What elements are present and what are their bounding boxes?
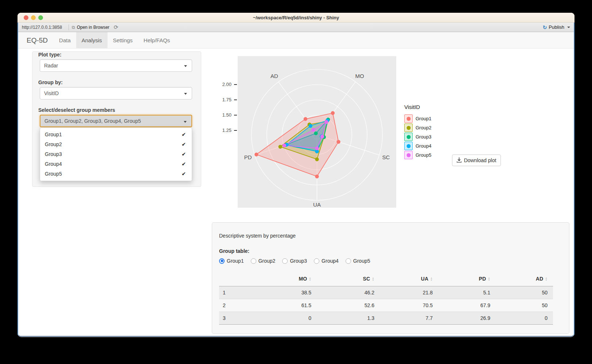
navbar-brand[interactable]: EQ-5D xyxy=(27,32,48,48)
radio-icon xyxy=(251,258,256,264)
open-in-browser-label: Open in Browser xyxy=(77,25,109,30)
radial-tick-label: 1.75 xyxy=(210,97,231,102)
legend-dot-icon xyxy=(406,153,410,157)
svg-text:PD: PD xyxy=(244,154,252,160)
menu-item-group2[interactable]: Group2✔ xyxy=(40,140,192,149)
radio-group3[interactable]: Group3 xyxy=(282,258,307,264)
close-window-button[interactable] xyxy=(24,15,28,20)
sort-icon[interactable]: ▲▼ xyxy=(309,277,311,281)
reload-icon[interactable]: ⟳ xyxy=(114,24,118,31)
viewer-toolbar: http://127.0.0.1:3858 ⧉ Open in Browser … xyxy=(18,23,574,32)
check-icon: ✔ xyxy=(182,140,186,149)
radio-group2[interactable]: Group2 xyxy=(251,258,276,264)
col-header-sc[interactable]: SC▲▼ xyxy=(317,271,380,286)
publish-button[interactable]: Publish xyxy=(549,24,564,30)
menu-item-group3[interactable]: Group3✔ xyxy=(40,149,192,159)
table-cell: 7.7 xyxy=(380,312,438,324)
navbar: EQ-5D DataAnalysisSettingsHelp/FAQs xyxy=(18,32,574,48)
download-plot-label: Download plot xyxy=(464,157,496,163)
table-cell: 52.6 xyxy=(317,299,380,312)
table-cell: 67.9 xyxy=(438,299,496,312)
legend-key-swatch xyxy=(404,114,413,123)
group-members-select[interactable]: Group1, Group2, Group3, Group4, Group5 xyxy=(40,115,192,127)
tab-help-faqs[interactable]: Help/FAQs xyxy=(138,32,176,48)
table-cell: 0 xyxy=(242,312,317,324)
legend-item: Group2 xyxy=(404,123,431,132)
col-header-ua[interactable]: UA▲▼ xyxy=(380,271,438,286)
table-row: 138.546.221.85.150 xyxy=(219,286,553,299)
open-in-browser-button[interactable]: ⧉ Open in Browser xyxy=(72,25,109,30)
tab-settings[interactable]: Settings xyxy=(108,32,138,48)
radio-group5[interactable]: Group5 xyxy=(346,258,370,264)
legend-dot-icon xyxy=(406,117,410,121)
radial-tick-mark xyxy=(234,130,237,131)
plot-type-value: Radar xyxy=(44,63,58,69)
col-rownames xyxy=(219,271,242,286)
col-header-mo[interactable]: MO▲▼ xyxy=(242,271,317,286)
table-subtitle: Descriptive system by percentage xyxy=(219,233,296,239)
table-cell: 50 xyxy=(496,286,553,299)
sort-icon[interactable]: ▲▼ xyxy=(488,277,490,281)
legend-item: Group3 xyxy=(404,132,431,141)
toolbar-separator xyxy=(69,24,69,30)
legend-item: Group4 xyxy=(404,141,431,150)
publish-caret-icon[interactable] xyxy=(567,27,570,28)
plot-legend: VisitID Group1Group2Group3Group4Group5 xyxy=(404,104,431,160)
download-plot-button[interactable]: Download plot xyxy=(452,154,501,166)
table-cell: 5.1 xyxy=(438,286,496,299)
menu-item-group1[interactable]: Group1✔ xyxy=(40,130,192,140)
radio-label: Group1 xyxy=(227,258,244,264)
chevron-down-icon xyxy=(184,121,187,123)
zoom-window-button[interactable] xyxy=(38,15,43,20)
traffic-lights xyxy=(24,15,43,20)
group-table-label: Group table: xyxy=(219,248,249,254)
col-header-ad[interactable]: AD▲▼ xyxy=(496,271,553,286)
radio-icon xyxy=(314,258,319,264)
sort-icon[interactable]: ▲▼ xyxy=(372,277,374,281)
table-cell: 70.5 xyxy=(380,299,438,312)
radial-tick-label: 1.25 xyxy=(210,128,231,133)
group-by-value: VisitID xyxy=(44,90,59,96)
sort-icon[interactable]: ▲▼ xyxy=(430,277,433,281)
legend-key-swatch xyxy=(404,133,413,141)
title-bar: ~/workspace/R/eq5d/inst/shiny - Shiny xyxy=(17,13,575,23)
plot-type-select[interactable]: Radar xyxy=(40,59,192,72)
table-cell: 21.8 xyxy=(380,286,438,299)
minimize-window-button[interactable] xyxy=(31,15,36,20)
radio-label: Group5 xyxy=(353,258,370,264)
radial-tick-label: 1.50 xyxy=(210,112,231,118)
svg-text:MO: MO xyxy=(355,73,364,79)
radial-tick-label: 2.00 xyxy=(210,82,231,87)
app-window: ~/workspace/R/eq5d/inst/shiny - Shiny ht… xyxy=(17,13,575,337)
sort-icon[interactable]: ▲▼ xyxy=(545,277,548,281)
radio-group4[interactable]: Group4 xyxy=(314,258,339,264)
menu-item-group4[interactable]: Group4✔ xyxy=(40,159,192,169)
col-header-pd[interactable]: PD▲▼ xyxy=(438,271,496,286)
table-cell: 26.9 xyxy=(438,312,496,324)
radial-tick-mark xyxy=(234,115,237,116)
table-cell: 50 xyxy=(496,299,553,312)
radio-label: Group4 xyxy=(322,258,339,264)
check-icon: ✔ xyxy=(182,149,186,159)
radio-icon xyxy=(219,258,225,264)
group-members-dropdown: Group1✔Group2✔Group3✔Group4✔Group5✔ xyxy=(40,128,192,181)
radio-label: Group3 xyxy=(290,258,307,264)
legend-dot-icon xyxy=(406,126,410,130)
table-panel: Descriptive system by percentage Group t… xyxy=(212,222,569,334)
svg-text:AD: AD xyxy=(270,73,278,79)
tab-data[interactable]: Data xyxy=(54,32,76,48)
download-icon xyxy=(457,157,461,164)
legend-label: Group3 xyxy=(416,134,431,140)
check-icon: ✔ xyxy=(182,130,186,140)
row-name: 3 xyxy=(219,312,242,324)
svg-text:SC: SC xyxy=(382,154,390,160)
legend-title: VisitID xyxy=(404,104,431,110)
table-row: 261.552.670.567.950 xyxy=(219,299,553,312)
tab-analysis[interactable]: Analysis xyxy=(76,32,108,48)
legend-dot-icon xyxy=(406,144,410,148)
check-icon: ✔ xyxy=(182,159,186,169)
radio-icon xyxy=(282,258,288,264)
radio-group1[interactable]: Group1 xyxy=(219,258,244,264)
menu-item-group5[interactable]: Group5✔ xyxy=(40,169,192,179)
group-by-select[interactable]: VisitID xyxy=(40,87,192,99)
